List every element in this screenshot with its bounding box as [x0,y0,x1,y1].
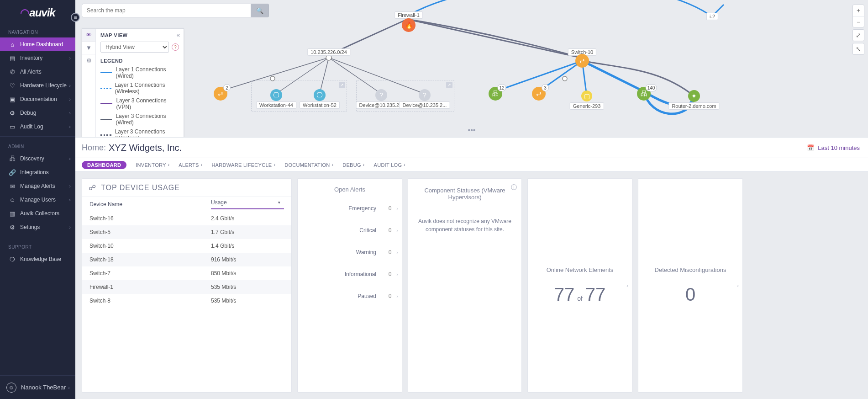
alert-row-paused[interactable]: Paused0› [298,285,402,307]
sidebar-item-hardware-lifecycle[interactable]: ♡ Hardware Lifecycle › [0,79,75,92]
alert-count: 0 [384,271,395,277]
node-label-router2[interactable]: Router-2.demo.com [668,102,719,110]
eye-icon: 👁 [86,32,92,38]
node-ws44[interactable]: 🖵 [270,89,282,101]
map-view-select[interactable]: Hybrid View [100,42,169,53]
node-label-generic293[interactable]: Generic-293 [570,102,604,110]
sidebar-item-documentation[interactable]: ▣ Documentation › [0,92,75,106]
map-panel-tab-settings[interactable]: ⚙ [82,54,95,67]
sidebar-item-all-alerts[interactable]: ✆ All Alerts [0,65,75,79]
node-label-ws44[interactable]: Workstation-44 [256,101,296,109]
table-row[interactable]: Switch-162.4 Gbit/s [82,212,291,225]
node-badge-12: 12 [497,84,506,91]
search-input[interactable] [82,4,251,17]
node-label-right-edge[interactable]: i-2 [706,13,718,20]
chevron-right-icon: › [69,96,71,102]
tab-audit-log[interactable]: AUDIT LOG› [374,162,405,168]
node-label-subnet[interactable]: 10.235.226.0/24 [307,48,350,56]
legend-item: Layer 3 Connections (VPN) [100,97,179,110]
tab-inventory[interactable]: INVENTORY› [136,162,169,168]
map-pagination-dots[interactable]: ••• [465,126,479,134]
sidebar-item-integrations[interactable]: 🔗 Integrations [0,165,75,179]
table-row[interactable]: Switch-7850 Mbit/s [82,266,291,280]
table-row[interactable]: Switch-101.4 Gbit/s [82,239,291,253]
sidebar-item-label: Hardware Lifecycle [20,82,67,89]
table-row[interactable]: Firewall-1535 Mbit/s [82,280,291,294]
map-search: 🔍 [82,4,269,17]
sidebar-item-manage-alerts[interactable]: ✉ Manage Alerts › [0,179,75,193]
node-generic293[interactable]: ▢ [581,90,592,101]
info-icon[interactable]: ⓘ [511,183,517,192]
chevron-right-icon: › [404,162,405,167]
audit-log-icon: ▭ [8,123,16,130]
alert-row-informational[interactable]: Informational0› [298,263,402,285]
sidebar-item-collectors[interactable]: ▥ Auvik Collectors [0,207,75,220]
time-range-selector[interactable]: 📅 Last 10 minutes [807,138,860,158]
section-title-support: SUPPORT [0,240,75,252]
cluster-expand-icon[interactable]: ↗ [446,82,452,88]
node-label-firewall[interactable]: Firewall-1 [395,11,423,19]
tab-documentation[interactable]: DOCUMENTATION› [284,162,333,168]
search-button[interactable]: 🔍 [251,4,269,17]
cluster-expand-icon[interactable]: ↗ [339,82,345,88]
tab-alerts[interactable]: ALERTS› [179,162,202,168]
section-title-admin: ADMIN [0,139,75,152]
node-dev2[interactable]: ? [419,89,431,101]
sidebar-item-knowledge-base[interactable]: ❍ Knowledge Base [0,252,75,266]
node-label-ws52[interactable]: Workstation-52 [300,101,340,109]
calendar-icon: 📅 [807,144,814,151]
chevron-right-icon: › [332,162,334,167]
node-firewall[interactable]: 🔥 [402,18,416,32]
map-panel-tab-view[interactable]: 👁 [82,29,95,42]
sidebar-item-manage-users[interactable]: ☺ Manage Users › [0,193,75,207]
sidebar-item-home-dashboard[interactable]: ⌂ Home Dashboard [0,37,75,51]
sidebar-item-inventory[interactable]: ▤ Inventory › [0,51,75,65]
sidebar-item-settings[interactable]: ⚙ Settings › [0,220,75,234]
node-ws52[interactable]: 🖵 [314,89,326,101]
fullscreen-button[interactable]: ⤢ [853,30,864,41]
sidebar-collapse-toggle[interactable]: ≡ [71,13,80,22]
users-icon: ☺ [8,197,16,203]
card-misconfigurations[interactable]: Detected Misconfigurations 0 › [638,178,743,393]
col-usage[interactable]: Usage ▾ [211,199,284,209]
zoom-in-button[interactable]: + [853,5,864,16]
col-device-name[interactable]: Device Name [89,201,211,207]
tab-debug[interactable]: DEBUG› [342,162,364,168]
online-value: 77of77 [554,284,606,305]
chevron-right-icon: › [396,206,398,211]
network-map[interactable]: Firewall-1 🔥 10.235.226.0/24 Switch-10 ⇄… [75,0,868,137]
help-icon[interactable]: ? [172,43,179,51]
alert-row-critical[interactable]: Critical0› [298,219,402,241]
node-switch10[interactable]: ⇄ [575,54,589,68]
node-dev1[interactable]: ? [375,89,387,101]
table-row[interactable]: Switch-8535 Mbit/s [82,294,291,308]
user-menu[interactable]: ☺ Nanook TheBear › [0,375,75,399]
device-name: Switch-8 [89,298,211,304]
tab-hardware-lifecycle[interactable]: HARDWARE LIFECYCLE› [211,162,275,168]
chevron-right-icon: › [69,156,71,161]
sidebar-item-debug[interactable]: ⚙ Debug › [0,106,75,120]
sidebar-item-discovery[interactable]: 品 Discovery › [0,152,75,165]
knowledge-icon: ❍ [8,256,16,263]
card-title: Detected Misconfigurations [655,266,726,273]
alert-row-warning[interactable]: Warning0› [298,241,402,263]
map-panel-tab-filter[interactable]: ▼ [82,42,95,54]
table-row[interactable]: Switch-51.7 Gbit/s [82,225,291,239]
chevron-right-icon: › [201,162,203,167]
legend-line-icon [100,103,112,104]
tab-dashboard[interactable]: DASHBOARD [82,161,126,169]
table-row[interactable]: Switch-18916 Mbit/s [82,253,291,266]
node-router2[interactable]: ✦ [688,90,700,102]
site-name: XYZ Widgets, Inc. [109,143,182,153]
sidebar-item-label: Inventory [20,55,42,61]
fit-button[interactable]: ⤡ [853,43,864,54]
card-online-elements[interactable]: Online Network Elements 77of77 › [527,178,632,393]
alert-count: 0 [384,205,395,212]
node-label-dev2[interactable]: Device@10.235.2... [400,101,450,109]
zoom-out-button[interactable]: − [853,16,864,27]
device-usage: 916 Mbit/s [211,256,284,263]
map-panel-collapse[interactable]: « [177,32,180,38]
sidebar-item-audit-log[interactable]: ▭ Audit Log › [0,120,75,133]
home-icon: ⌂ [8,41,16,48]
alert-row-emergency[interactable]: Emergency0› [298,197,402,219]
